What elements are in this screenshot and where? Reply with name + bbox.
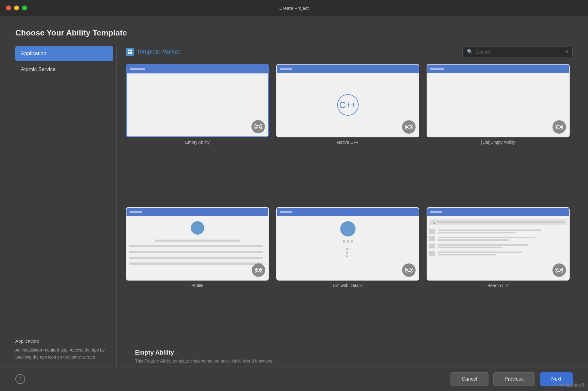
- preview-header-2: [277, 65, 419, 73]
- minimize-button[interactable]: [14, 6, 19, 10]
- template-market-icon: [126, 48, 134, 56]
- svg-point-37: [405, 268, 407, 270]
- search-icon: 🔍: [467, 49, 473, 54]
- preview-header-3: [427, 65, 569, 73]
- template-preview-profile: › › ›: [126, 207, 269, 281]
- template-badge-4: [252, 263, 265, 277]
- svg-point-17: [411, 128, 412, 129]
- window-title: Create Project: [279, 6, 309, 11]
- svg-point-6: [260, 125, 262, 126]
- svg-point-39: [405, 271, 407, 272]
- templates-grid: Empty Ability C++: [126, 64, 573, 343]
- search-bar-preview: 🔍: [429, 219, 567, 225]
- title-bar: Create Project: [0, 0, 588, 16]
- template-card-profile[interactable]: › › ›: [126, 207, 269, 343]
- search-list-item-1: [429, 229, 567, 234]
- svg-point-26: [561, 128, 563, 129]
- svg-point-13: [408, 126, 410, 128]
- profile-line-arrow-3: ›: [129, 255, 266, 260]
- template-badge-5: [402, 263, 416, 277]
- profile-line-arrow-2: ›: [129, 250, 266, 254]
- template-preview-lite-empty: [427, 64, 570, 137]
- footer-left: ?: [15, 374, 25, 384]
- svg-point-34: [255, 271, 257, 272]
- watermark: CSDN @鸿蒙开发助手: [548, 383, 585, 388]
- description-title: Application:: [15, 338, 113, 344]
- preview-header-1: [127, 65, 268, 73]
- svg-point-16: [405, 128, 407, 129]
- template-badge-2: [402, 120, 416, 134]
- panel-header: Template Market 🔍 ×: [126, 46, 573, 57]
- preview-header-5: [277, 208, 419, 216]
- sidebar-description: Application: An installation-required ap…: [15, 338, 113, 367]
- preview-header-bar-2: [280, 68, 292, 70]
- cancel-button[interactable]: Cancel: [450, 372, 488, 386]
- svg-point-4: [257, 125, 260, 128]
- preview-body-1: [127, 73, 268, 136]
- svg-point-43: [561, 268, 563, 270]
- preview-header-bar-3: [430, 68, 444, 70]
- preview-header-bar-6: [430, 211, 442, 213]
- template-badge-3: [552, 120, 566, 134]
- svg-rect-1: [130, 50, 132, 51]
- close-button[interactable]: [6, 6, 11, 10]
- preview-body-5: [277, 216, 419, 280]
- sidebar: Application Atomic Service Application: …: [15, 46, 113, 367]
- template-preview-empty-ability: [126, 64, 269, 137]
- search-clear-button[interactable]: ×: [565, 49, 568, 54]
- svg-point-25: [556, 128, 557, 129]
- search-list-item-3: [429, 244, 567, 248]
- preview-header-bar-5: [280, 211, 292, 213]
- search-box: 🔍 ×: [462, 46, 573, 57]
- template-card-search-list[interactable]: 🔍: [427, 207, 570, 343]
- selected-template-description: This Feature Ability template implements…: [135, 359, 573, 363]
- template-card-empty-ability[interactable]: Empty Ability: [126, 64, 269, 200]
- svg-point-35: [260, 271, 262, 272]
- template-name-profile: Profile: [191, 283, 204, 288]
- template-name-empty-ability: Empty Ability: [185, 140, 209, 145]
- right-panel: Template Market 🔍 ×: [117, 46, 573, 367]
- svg-point-24: [561, 125, 563, 126]
- svg-rect-0: [128, 50, 130, 51]
- page-title: Choose Your Ability Template: [15, 28, 573, 38]
- previous-button[interactable]: Previous: [493, 372, 535, 386]
- sidebar-item-atomic-service[interactable]: Atomic Service: [15, 62, 113, 77]
- profile-line-arrow-4: ›: [129, 261, 266, 266]
- template-name-search-list: Search List: [487, 283, 509, 288]
- bottom-description: Empty Ability This Feature Ability templ…: [126, 343, 573, 367]
- preview-body-3: [427, 73, 569, 137]
- svg-point-44: [556, 271, 557, 272]
- svg-point-32: [255, 268, 257, 270]
- svg-point-38: [411, 268, 412, 270]
- svg-rect-2: [128, 52, 130, 54]
- svg-point-33: [260, 268, 262, 270]
- search-bar-preview-icon: 🔍: [432, 221, 435, 224]
- template-name-lite-empty: [Lite]Empty Ability: [481, 140, 515, 145]
- preview-header-6: [427, 208, 569, 216]
- profile-lines: › › ›: [126, 238, 268, 267]
- footer: ? Cancel Previous Next: [0, 367, 588, 391]
- template-card-lite-empty[interactable]: [Lite]Empty Ability: [427, 64, 570, 200]
- search-list-item-4: [429, 251, 567, 256]
- svg-point-31: [257, 269, 260, 272]
- description-text: An installation-required app. Access the…: [15, 347, 113, 360]
- preview-header-bar-4: [130, 211, 142, 213]
- list-lines: [343, 246, 352, 259]
- list-dots-row: [343, 240, 353, 243]
- search-input[interactable]: [475, 49, 563, 54]
- template-market-label: Template Market: [126, 48, 180, 56]
- preview-body-6: 🔍: [427, 216, 569, 280]
- svg-rect-3: [130, 52, 132, 54]
- template-card-native-cpp[interactable]: C++: [276, 64, 419, 200]
- template-card-list-details[interactable]: List with Details: [276, 207, 419, 343]
- maximize-button[interactable]: [22, 6, 27, 10]
- svg-point-42: [556, 268, 557, 270]
- help-button[interactable]: ?: [15, 374, 25, 384]
- svg-point-41: [558, 269, 561, 272]
- content-area: Application Atomic Service Application: …: [15, 46, 573, 367]
- search-list-item-2: [429, 236, 567, 241]
- preview-body-4: › › ›: [126, 216, 268, 280]
- window-controls: [6, 6, 27, 10]
- sidebar-item-application[interactable]: Application: [15, 46, 113, 61]
- preview-header-4: [126, 208, 268, 216]
